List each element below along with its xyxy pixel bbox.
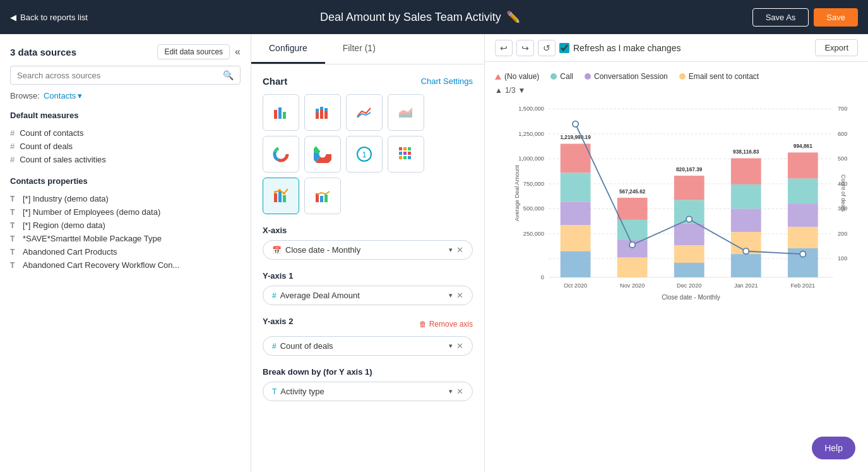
svg-text:1: 1 xyxy=(362,150,367,159)
collapse-sidebar-button[interactable]: « xyxy=(235,46,241,57)
svg-rect-30 xyxy=(278,191,282,202)
yaxis1-clear-icon[interactable]: ✕ xyxy=(456,291,463,300)
chart-type-line[interactable] xyxy=(346,94,383,131)
measure-label-contacts: Count of contacts xyxy=(20,128,83,138)
legend-label-no-value: (No value) xyxy=(504,72,539,81)
prev-page-icon[interactable]: ▲ xyxy=(495,86,502,95)
svg-text:938,116.83: 938,116.83 xyxy=(733,149,759,155)
svg-rect-24 xyxy=(403,152,407,155)
prop-region[interactable]: T [*] Region (demo data) xyxy=(10,219,241,232)
browse-value-dropdown[interactable]: Contacts ▾ xyxy=(44,91,82,100)
legend-item-email: Email sent to contact xyxy=(679,72,759,81)
back-button[interactable]: ◀ Back to reports list xyxy=(10,13,88,22)
refresh-checkbox[interactable] xyxy=(559,43,569,53)
back-label: Back to reports list xyxy=(20,13,88,22)
chart-type-pie[interactable] xyxy=(304,136,341,172)
svg-text:Count of deals: Count of deals xyxy=(840,174,847,212)
hash-icon-contacts: # xyxy=(10,128,15,138)
hash-icon-yaxis2: # xyxy=(272,342,276,351)
svg-rect-8 xyxy=(324,108,328,111)
chart-type-combo-bar-line[interactable] xyxy=(263,178,299,214)
svg-text:200: 200 xyxy=(838,231,847,237)
chart-type-donut[interactable] xyxy=(263,136,299,172)
tab-configure[interactable]: Configure xyxy=(251,34,325,64)
sidebar: 3 data sources Edit data sources « 🔍 Bro… xyxy=(0,34,251,472)
xlabel-dec: Dec 2020 xyxy=(677,282,701,289)
bar-dec-conv xyxy=(674,223,705,245)
chart-type-grid: 1 xyxy=(263,94,473,214)
measure-count-deals[interactable]: # Count of deals xyxy=(10,140,241,153)
chart-type-stacked-bar[interactable] xyxy=(304,94,341,131)
edit-title-icon[interactable]: ✏️ xyxy=(506,10,520,24)
bar-oct-email xyxy=(561,225,591,251)
hash-icon-deals: # xyxy=(10,142,15,151)
yaxis1-label: Y-axis 1 xyxy=(263,271,473,281)
help-button[interactable]: Help xyxy=(812,437,855,459)
save-button[interactable]: Save xyxy=(814,8,858,27)
chart-settings-link[interactable]: Chart Settings xyxy=(421,76,473,86)
svg-text:500,000: 500,000 xyxy=(523,205,544,212)
xaxis-dropdown[interactable]: 📅 Close date - Monthly ▾ ✕ xyxy=(263,240,473,260)
prop-abandoned-cart-recovery[interactable]: T Abandoned Cart Recovery Workflow Con..… xyxy=(10,258,241,272)
prop-type-industry: T xyxy=(10,195,18,203)
measure-count-contacts[interactable]: # Count of contacts xyxy=(10,126,241,140)
dot-oct xyxy=(573,121,578,127)
breakdown-clear-icon[interactable]: ✕ xyxy=(456,387,463,396)
refresh-button[interactable]: ↺ xyxy=(538,40,556,56)
remove-axis-button[interactable]: 🗑 Remove axis xyxy=(419,320,473,329)
next-page-icon[interactable]: ▼ xyxy=(518,86,526,95)
refresh-check-container: Refresh as I make changes xyxy=(559,43,681,53)
bar-jan-other xyxy=(731,254,761,277)
edit-data-sources-button[interactable]: Edit data sources xyxy=(157,44,230,59)
svg-text:250,000: 250,000 xyxy=(523,231,544,237)
prop-mobile-package[interactable]: T *SAVE*Smarttel Mobile Package Type xyxy=(10,232,241,245)
legend-label-email: Email sent to contact xyxy=(689,72,759,81)
svg-rect-29 xyxy=(274,193,277,202)
yaxis2-clear-icon[interactable]: ✕ xyxy=(456,341,463,351)
svg-point-34 xyxy=(283,192,285,195)
export-button[interactable]: Export xyxy=(815,39,858,56)
bar-feb-no-value xyxy=(788,152,818,178)
xlabel-feb: Feb 2021 xyxy=(790,282,815,289)
svg-rect-36 xyxy=(320,196,323,202)
chart-type-area[interactable] xyxy=(388,94,424,131)
svg-rect-0 xyxy=(274,110,277,119)
prop-industry[interactable]: T [*] Industry (demo data) xyxy=(10,192,241,205)
prop-employees[interactable]: T [*] Number of Employees (demo data) xyxy=(10,205,241,219)
chart-type-heatmap[interactable] xyxy=(388,136,424,172)
xaxis-value: Close date - Monthly xyxy=(285,245,445,255)
measure-count-sales-activities[interactable]: # Count of sales activities xyxy=(10,153,241,166)
chart-type-number[interactable]: 1 xyxy=(346,136,383,172)
yaxis1-dropdown[interactable]: # Average Deal Amount ▾ ✕ xyxy=(263,286,473,305)
xlabel-nov: Nov 2020 xyxy=(620,282,645,289)
svg-text:820,167.39: 820,167.39 xyxy=(676,167,703,172)
prop-abandoned-cart[interactable]: T Abandoned Cart Products xyxy=(10,245,241,258)
legend-item-call: Call xyxy=(550,72,573,81)
bar-oct-other xyxy=(561,251,591,277)
redo-button[interactable]: ↪ xyxy=(516,40,534,56)
svg-text:1,250,000: 1,250,000 xyxy=(518,131,544,137)
yaxis2-value: Count of deals xyxy=(280,341,445,351)
bar-dec-no-value xyxy=(674,176,705,200)
yaxis2-dropdown[interactable]: # Count of deals ▾ ✕ xyxy=(263,336,473,356)
header-title: Deal Amount by Sales Team Activity ✏️ xyxy=(320,10,520,24)
prop-label-industry: [*] Industry (demo data) xyxy=(23,194,109,203)
undo-button[interactable]: ↩ xyxy=(495,40,513,56)
prop-type-region: T xyxy=(10,221,18,230)
chart-area: ↩ ↪ ↺ Refresh as I make changes Export (… xyxy=(485,34,868,472)
chart-type-combo2[interactable] xyxy=(304,178,341,214)
sidebar-header: 3 data sources Edit data sources « xyxy=(10,44,241,59)
browse-row: Browse: Contacts ▾ xyxy=(10,91,241,100)
search-input[interactable] xyxy=(17,71,219,80)
save-as-button[interactable]: Save As xyxy=(752,8,809,27)
svg-rect-3 xyxy=(316,112,319,119)
chart-container: (No value) Call Conversation Session Ema… xyxy=(485,62,868,472)
yaxis2-chevron-icon: ▾ xyxy=(449,342,453,350)
pagination-text: 1/3 xyxy=(505,86,516,95)
browse-chevron-icon: ▾ xyxy=(78,91,82,100)
breakdown-dropdown[interactable]: T Activity type ▾ ✕ xyxy=(263,382,473,401)
dot-dec xyxy=(686,216,692,222)
xaxis-clear-icon[interactable]: ✕ xyxy=(456,245,463,255)
chart-type-bar[interactable] xyxy=(263,94,299,131)
tab-filter[interactable]: Filter (1) xyxy=(325,34,393,64)
